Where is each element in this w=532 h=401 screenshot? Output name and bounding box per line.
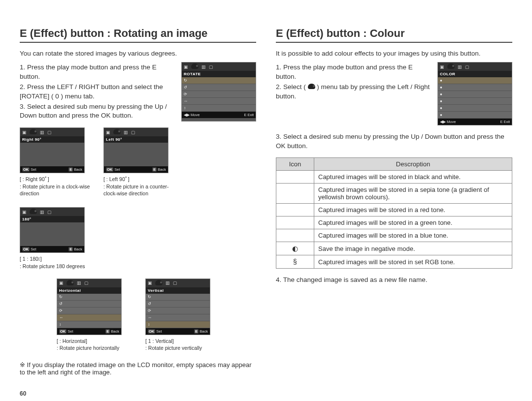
colour-step-1: 1. Press the play mode button and press … [276,63,431,82]
thumb-title: Left 90° [104,136,168,143]
lcd-foot-right: E Exit [500,120,510,124]
colour-icon-cell [276,204,314,216]
rotate-note: ※ If you display the rotated image on th… [20,361,256,376]
lcd-body: ↻ ↺ ⟳ ↔ ↕ [182,77,256,112]
thumb-cap-body: : Rotate picture in a counter-clock-wise… [103,184,177,197]
thumb-cap-body: : Rotate picture 180 degrees [20,263,94,270]
thumb-cap-head: [ : Right 90ﾟ] [20,176,94,183]
tab-icon: ▣ [184,64,188,69]
lcd-foot-right: E Exit [244,113,254,117]
rotate-thumb-row-1: ▣▥▢ Right 90° OK OK SetSet E Back [ : Ri… [20,127,256,270]
colour-step-2: 2. Select ( ) menu tab by pressing the L… [276,83,431,101]
thumb-180: ▣▥▢ 180° OK Set E Back [ 1 : 180ﾟ] : Rot… [20,207,94,270]
thumb-cap-body: : Rotate picture vertically [145,345,219,352]
lcd-tab-bar: ▣ ▥ ▢ [182,62,256,71]
rotate-main-lcd: ▣ ▥ ▢ ROTATE ↻ ↺ ⟳ ↔ ↕ ◀▶ Move E Exit [181,62,256,122]
table-row: § Captured images will be stored in set … [276,255,512,269]
steps-rotate: 1. Press the play mode button and press … [20,62,174,122]
table-row: Captured images will be stored in a blue… [276,229,512,242]
heading-colour: E (Effect) button : Colour [276,27,512,43]
colour-table: Icon Descroption Captured images will be… [276,157,512,269]
tab-icon: ▢ [209,64,213,69]
lcd-option-row: ↕ [182,105,256,112]
lcd-option-row: ⟳ [182,91,256,98]
colour-desc-cell: Save the image in negative mode. [314,242,512,255]
colour-icon-cell: § [276,255,314,269]
right-column: E (Effect) button : Colour It is possibl… [276,27,512,382]
table-row: Captured images will be stored in a sepi… [276,184,512,204]
colour-icon-cell [276,184,314,204]
thumb-cap-body: : Rotate picture in a clock-wise directi… [20,184,94,197]
lcd-option-row: ↺ [182,84,256,91]
thumb-vertical: ▣▥▢ Vertical ↻↺⟳ ↔↕ OK Set E Back [ 1 : … [145,278,219,352]
colour-icon-cell: ◐ [276,242,314,255]
thumb-right90: ▣▥▢ Right 90° OK OK SetSet E Back [ : Ri… [20,127,94,197]
tab-icon: ▥ [201,64,206,69]
thumb-cap-head: [ 1 : Vertical] [145,338,219,345]
lcd-option-row: ↔ [182,98,256,105]
colour-desc-cell: Captured images will be stored in a red … [314,204,512,216]
rotate-step-3: 3. Select a desired sub menu by pressing… [20,102,174,121]
thumb-left90: ▣▥▢ Left 90° OK Set E Back [ : Left 90ﾟ]… [103,127,177,197]
lcd-foot-left: ◀▶ Move [184,113,200,117]
thumb-cap-head: [ : Horizontal] [57,338,131,345]
page-number: 60 [20,390,26,397]
rotate-step-1: 1. Press the play mode button and press … [20,63,174,82]
colour-step-4: 4. The changed image is saved as a new f… [276,276,512,285]
lcd-title: ROTATE [182,71,256,77]
rotate-thumb-row-2: ▣▥▢ Horizontal ↻↺⟳ ↔↕ OK Set E Back [ : … [20,278,256,352]
left-column: E (Effect) button : Rotating an image Yo… [20,27,256,382]
thumb-horizontal: ▣▥▢ Horizontal ↻↺⟳ ↔↕ OK Set E Back [ : … [57,278,131,352]
colour-desc-cell: Captured images will be stored in a sepi… [314,184,512,204]
intro-rotate: You can rotate the stored images by vari… [20,50,256,57]
thumb-cap-body: : Rotate picture horizontally [57,345,131,352]
table-row: Captured images will be stored in a red … [276,204,512,216]
colour-icon-cell [276,229,314,242]
colour-desc-cell: Captured images will be stored in a blue… [314,229,512,242]
thumb-title: 180° [20,216,84,222]
lcd-foot-left: ◀▶ Move [440,120,456,124]
palette-tab-icon [191,63,199,70]
colour-icon-cell [276,216,314,229]
th-icon: Icon [276,158,314,171]
steps-colour: 1. Press the play mode button and press … [276,62,431,125]
thumb-title: Right 90° [20,136,84,143]
lcd-title: COLOR [438,71,512,77]
rotate-step-2: 2. Press the LEFT / RIGHT button and sel… [20,83,174,101]
colour-step-3: 3. Select a desired sub menu by pressing… [276,132,512,151]
palette-icon [308,84,315,89]
heading-rotate: E (Effect) button : Rotating an image [20,27,256,43]
intro-colour: It is possible to add colour effects to … [276,50,512,57]
table-row: Captured images will be stored in black … [276,171,512,184]
colour-desc-cell: Captured images will be stored in black … [314,171,512,184]
table-row: Captured images will be stored in a gree… [276,216,512,229]
thumb-cap-head: [ 1 : 180ﾟ] [20,256,94,263]
th-desc: Descroption [314,158,512,171]
thumb-cap-head: [ : Left 90ﾟ] [103,176,177,183]
colour-icon-cell [276,171,314,184]
colour-desc-cell: Captured images will be stored in set RG… [314,255,512,269]
lcd-option-row: ↻ [182,77,256,84]
colour-lcd: ▣▥▢ COLOR ● ● ● ● ● ● ◀▶ Move E Exit [437,62,512,125]
thumb-title: Horizontal [57,287,121,294]
colour-desc-cell: Captured images will be stored in a gree… [314,216,512,229]
thumb-title: Vertical [146,287,210,294]
lcd-footer: ◀▶ Move E Exit [182,112,256,118]
table-row: ◐ Save the image in negative mode. [276,242,512,255]
